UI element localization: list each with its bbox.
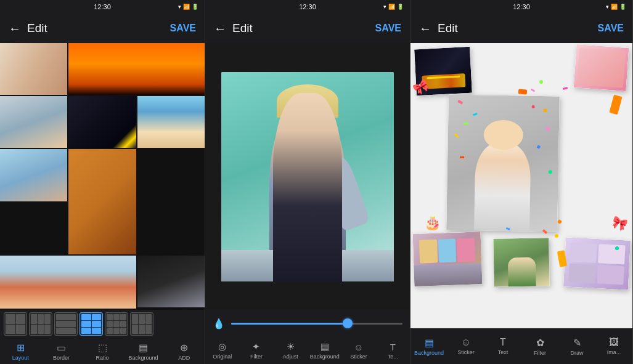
image-icon-3: 🖼 <box>609 337 619 348</box>
ratio-icon: ⬚ <box>98 342 107 354</box>
layout-thumb-4-active[interactable] <box>80 312 103 336</box>
photo-card-6[interactable] <box>493 238 549 287</box>
tab-text-3[interactable]: T Text <box>484 337 521 355</box>
tab-layout[interactable]: ⊞ Layout <box>0 342 41 361</box>
collage-cell-4[interactable] <box>68 96 136 148</box>
tab-sticker-2[interactable]: ☺ Sticker <box>341 342 375 360</box>
time-1: 12:30 <box>94 3 111 10</box>
back-button-2[interactable]: ← <box>214 22 226 36</box>
signal-icon-3: ▾ <box>606 4 609 10</box>
photo-card-5[interactable] <box>563 237 631 289</box>
sticker-canvas[interactable]: 🎂 🎀 🎀 <box>410 43 632 328</box>
photo-card-2[interactable] <box>574 44 629 91</box>
back-button-3[interactable]: ← <box>419 22 431 36</box>
collage-grid <box>0 43 205 310</box>
top-bar-3: ← Edit SAVE <box>410 14 632 43</box>
page-title-3: Edit <box>438 22 598 35</box>
signal-icon-2: ▾ <box>383 4 386 10</box>
slider-row[interactable]: 💧 <box>205 310 410 337</box>
collage-cell-8[interactable] <box>0 256 136 309</box>
battery-icon: 🔋 <box>192 4 198 10</box>
filter-label-3: Filter <box>534 350 546 356</box>
filter-icon: ✦ <box>252 341 260 352</box>
screen-sticker: 12:30 ▾ 📶 🔋 ← Edit SAVE <box>410 0 633 364</box>
tab-text-2[interactable]: T Te... <box>376 342 410 360</box>
screen-filter: 12:30 ▾ 📶 🔋 ← Edit SAVE <box>205 0 410 364</box>
save-button-1[interactable]: SAVE <box>170 23 196 34</box>
collage-cell-3[interactable] <box>0 96 67 148</box>
tab-original[interactable]: ◎ Original <box>205 341 239 360</box>
collage-cell-6[interactable] <box>0 149 67 201</box>
layout-thumb-3[interactable] <box>54 312 78 336</box>
filter-tool-tabs: ◎ Original ✦ Filter ☀ Adjust ▤ Backgroun… <box>205 337 410 364</box>
status-icons-2: ▾ 📶 🔋 <box>383 4 404 10</box>
wifi-icon-3: 📶 <box>611 4 618 10</box>
layout-thumb-2[interactable] <box>29 312 52 336</box>
tab-sticker-3[interactable]: ☺ Sticker <box>447 337 484 355</box>
status-icons-1: ▾ 📶 🔋 <box>178 4 198 10</box>
bg-label-3: Background <box>414 350 444 356</box>
original-icon: ◎ <box>218 341 226 352</box>
tab-background-3[interactable]: ▤ Background <box>410 337 447 356</box>
filter-icon-3: ✿ <box>536 337 544 349</box>
tab-border[interactable]: ▭ Border <box>41 342 81 361</box>
time-3: 12:30 <box>513 3 530 10</box>
tab-add[interactable]: ⊕ ADD <box>164 342 205 361</box>
status-icons-3: ▾ 📶 🔋 <box>606 4 626 10</box>
back-button-1[interactable]: ← <box>9 22 21 36</box>
tab-background[interactable]: ▤ Background <box>123 342 163 361</box>
page-title-2: Edit <box>232 22 375 35</box>
tab-filter[interactable]: ✦ Filter <box>239 341 273 360</box>
adjust-icon: ☀ <box>287 341 295 352</box>
filter-bottom: 💧 ◎ Original ✦ Filter ☀ Adjust ▤ Backgr <box>205 310 410 364</box>
draw-label-3: Draw <box>570 350 583 356</box>
photo-card-4[interactable] <box>413 232 483 286</box>
original-label: Original <box>213 354 232 360</box>
layout-label: Layout <box>12 355 29 361</box>
top-bar-2: ← Edit SAVE <box>205 14 410 43</box>
add-icon: ⊕ <box>180 342 188 354</box>
slider-track[interactable] <box>231 323 402 325</box>
save-button-2[interactable]: SAVE <box>375 23 401 34</box>
status-bar-3: 12:30 ▾ 📶 🔋 <box>410 0 632 14</box>
bg-icon-3: ▤ <box>425 337 434 349</box>
sticker-icon-3: ☺ <box>461 337 471 348</box>
sticker-label-2: Sticker <box>350 354 367 360</box>
slider-thumb <box>343 318 353 328</box>
sticker-bottom-toolbar: ▤ Background ☺ Sticker T Text ✿ Filter ✎… <box>410 328 632 364</box>
ratio-label: Ratio <box>96 355 109 361</box>
sticker-label-3: Sticker <box>457 349 475 355</box>
tab-filter-3[interactable]: ✿ Filter <box>521 337 558 356</box>
background-label: Background <box>128 355 158 361</box>
bg-icon-2: ▤ <box>321 341 329 352</box>
confetti-4 <box>615 246 619 250</box>
time-2: 12:30 <box>299 3 316 10</box>
signal-icon: ▾ <box>178 4 181 10</box>
photo-card-3[interactable] <box>446 94 560 232</box>
layout-thumb-6[interactable] <box>130 312 153 336</box>
filter-photo-container[interactable] <box>221 72 394 281</box>
tab-ratio[interactable]: ⬚ Ratio <box>82 342 123 361</box>
collage-cell-2[interactable] <box>68 43 205 95</box>
tab-image-3[interactable]: 🖼 Ima... <box>595 337 632 355</box>
battery-icon-3: 🔋 <box>619 4 626 10</box>
save-button-3[interactable]: SAVE <box>598 23 624 34</box>
filter-photo <box>221 72 394 281</box>
collage-cell-9[interactable] <box>137 256 205 307</box>
add-label: ADD <box>178 355 190 361</box>
wifi-icon: 📶 <box>183 4 190 10</box>
tab-adjust[interactable]: ☀ Adjust <box>274 341 308 360</box>
image-label-3: Ima... <box>607 349 621 355</box>
collage-cell-1[interactable] <box>0 43 67 95</box>
layout-thumb-5[interactable] <box>105 312 128 336</box>
layout-thumb-1[interactable] <box>4 312 27 336</box>
collage-cell-5[interactable] <box>137 96 205 148</box>
orange-sticker-3 <box>518 89 528 94</box>
tab-bg-2[interactable]: ▤ Background <box>308 341 341 360</box>
collage-cell-7[interactable] <box>68 149 136 254</box>
layout-thumbnails[interactable] <box>0 310 205 338</box>
collage-grid-container <box>0 43 205 310</box>
tab-draw-3[interactable]: ✎ Draw <box>558 337 595 356</box>
sticker-icon-2: ☺ <box>354 342 363 352</box>
slider-fill <box>231 323 343 325</box>
